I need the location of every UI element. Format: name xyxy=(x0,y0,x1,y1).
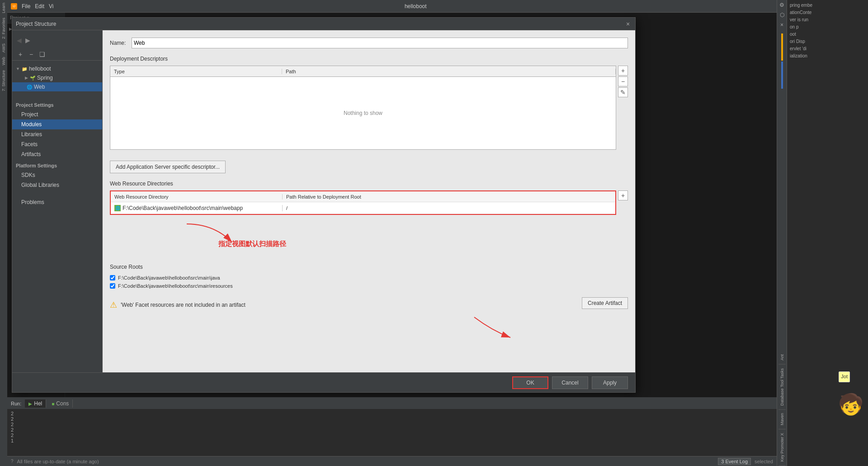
remove-descriptor-btn[interactable]: − xyxy=(618,76,628,86)
add-wr-btn[interactable]: + xyxy=(618,190,628,200)
aws-icon[interactable]: AWS xyxy=(0,42,7,54)
remove-button[interactable]: − xyxy=(27,50,36,58)
maven-tab[interactable]: Maven xyxy=(778,409,786,429)
log-line6: ori Disp xyxy=(790,38,865,45)
content-body: Name: Deployment Descriptors xyxy=(103,30,635,372)
menu-file[interactable]: File xyxy=(22,3,30,10)
source-root2-row: F:\Code\Back\javaweb\helloboot\src\main\… xyxy=(110,282,628,290)
name-row: Name: xyxy=(110,38,628,48)
apply-button[interactable]: Apply xyxy=(592,376,628,389)
wr-path-cell: 🌐 F:\Code\Back\javaweb\helloboot\src\mai… xyxy=(111,205,283,211)
name-input[interactable] xyxy=(132,38,628,48)
web-resource-row: 🌐 F:\Code\Back\javaweb\helloboot\src\mai… xyxy=(111,202,615,214)
dialog-title: Project Structure xyxy=(16,21,624,27)
source-root1-checkbox[interactable] xyxy=(110,275,115,281)
warning-text: 'Web' Facet resources are not included i… xyxy=(121,302,245,308)
gear-icon[interactable]: ⚙ xyxy=(778,0,786,10)
run-tabs: Run: ▶ Hel ■ Cons xyxy=(7,398,777,409)
event-log-btn[interactable]: 3 Event Log xyxy=(718,458,751,465)
tree-spring[interactable]: ▶ 🌱 Spring xyxy=(12,73,102,82)
maximize-icon[interactable]: ⬡ xyxy=(778,10,786,20)
dialog-close-button[interactable]: × xyxy=(624,20,632,28)
project-settings-header: Project Settings xyxy=(12,99,102,109)
status-text: All files are up-to-date (a minute ago) xyxy=(17,459,99,464)
platform-settings-header: Platform Settings xyxy=(12,159,102,170)
app-logo: IJ xyxy=(11,3,17,10)
nav-arrows: ◀ ▶ xyxy=(12,34,102,47)
create-artifact-button[interactable]: Create Artifact xyxy=(582,297,628,309)
source-root1-row: F:\Code\Back\javaweb\helloboot\src\main\… xyxy=(110,274,628,282)
bottom-panel: Run: ▶ Hel ■ Cons 2 2 2 2 2 1 xyxy=(7,397,777,456)
nav-forward-button[interactable]: ▶ xyxy=(24,36,31,45)
log-line5: oot xyxy=(790,31,865,38)
name-label: Name: xyxy=(110,40,128,46)
run-tab-console[interactable]: ■ Cons xyxy=(48,399,73,408)
source-roots-section: Source Roots F:\Code\Back\javaweb\hellob… xyxy=(110,264,628,290)
copy-button[interactable]: ❑ xyxy=(38,50,47,58)
add-button[interactable]: + xyxy=(16,50,25,58)
selected-status: selected xyxy=(755,459,773,464)
settings-toolbar: + − ❑ xyxy=(12,48,102,61)
settings-artifacts[interactable]: Artifacts xyxy=(12,149,102,159)
settings-project[interactable]: Project xyxy=(12,109,102,119)
warning-icon: ⚠ xyxy=(110,300,117,310)
ide-left-bar: Learn 2: Favorites AWS Web 7: Structure xyxy=(0,0,7,466)
project-structure-dialog: Project Structure × ◀ ▶ xyxy=(12,17,636,393)
ant-tab[interactable]: Ant xyxy=(778,351,786,365)
run-content: 2 2 2 2 2 1 xyxy=(7,409,777,456)
right-sidebar: ⚙ ⬡ × Ant Database Tool Tasks Maven Key … xyxy=(777,0,787,466)
source-roots-label: Source Roots xyxy=(110,264,628,270)
wr-folder-icon: 🌐 xyxy=(114,205,121,211)
annotation-text: 指定视图默认扫描路径 xyxy=(218,240,286,248)
settings-facets[interactable]: Facets xyxy=(12,139,102,149)
log-line3: ver is run xyxy=(790,16,865,24)
wr-deployment-cell: / xyxy=(283,205,615,211)
key-promoter-tab[interactable]: Key Promoter X xyxy=(778,429,786,466)
structure-icon[interactable]: 7: Structure xyxy=(0,68,7,93)
log-line2: ationConte xyxy=(790,9,865,16)
favorites-icon[interactable]: 2: Favorites xyxy=(0,16,7,41)
settings-libraries[interactable]: Libraries xyxy=(12,129,102,139)
settings-sdks[interactable]: SDKs xyxy=(12,170,102,180)
web-resource-section: Web Resource Directories Web Resource Di… xyxy=(110,181,628,217)
jot-note[interactable]: Jot xyxy=(839,371,850,382)
main-content-area: Name: Deployment Descriptors xyxy=(103,30,635,372)
ok-arrow-svg xyxy=(447,313,538,340)
menu-edit[interactable]: Edit xyxy=(35,3,44,10)
database-tool-tab[interactable]: Database Tool Tasks xyxy=(778,365,786,410)
deployment-descriptors-table: Type Path Nothing to show xyxy=(110,66,616,150)
close-panel-icon[interactable]: × xyxy=(778,20,785,30)
add-app-server-btn[interactable]: Add Application Server specific descript… xyxy=(110,161,226,173)
run-tab-hello[interactable]: ▶ Hel xyxy=(25,399,46,408)
menu-view[interactable]: Vi xyxy=(49,3,53,10)
web-icon[interactable]: Web xyxy=(0,55,7,67)
settings-global-libs[interactable]: Global Libraries xyxy=(12,180,102,190)
log-line4: on p xyxy=(790,24,865,31)
table-header: Type Path xyxy=(110,66,616,77)
edit-descriptor-btn[interactable]: ✎ xyxy=(618,87,628,97)
add-descriptor-btn[interactable]: + xyxy=(618,66,628,76)
settings-problems[interactable]: Problems xyxy=(12,197,102,207)
web-resource-table: Web Resource Directory Path Relative to … xyxy=(110,190,616,215)
learn-icon[interactable]: Learn xyxy=(0,1,7,15)
cartoon-character: 🧒 xyxy=(838,388,863,421)
ok-button[interactable]: OK xyxy=(512,376,548,389)
col-type-header: Type xyxy=(110,69,282,74)
status-bar: ? All files are up-to-date (a minute ago… xyxy=(7,456,777,466)
source-root2-label: F:\Code\Back\javaweb\helloboot\src\main\… xyxy=(118,283,233,289)
cancel-button[interactable]: Cancel xyxy=(552,376,588,389)
deployment-descriptors-section: Deployment Descriptors Type Path xyxy=(110,56,628,181)
dialog-body: ◀ ▶ + − ❑ ▼ 📁 xyxy=(12,30,635,372)
table-body: Nothing to show xyxy=(110,77,616,149)
source-root2-checkbox[interactable] xyxy=(110,283,115,289)
settings-modules[interactable]: Modules xyxy=(12,119,102,129)
nav-back-button[interactable]: ◀ xyxy=(16,36,23,45)
run-label: Run: xyxy=(11,401,21,406)
tree-helloboot[interactable]: ▼ 📁 helloboot xyxy=(12,64,102,73)
col-prdr-header: Path Relative to Deployment Root xyxy=(283,194,615,200)
tree-web[interactable]: 🌐 Web xyxy=(12,82,102,91)
database-indicator xyxy=(781,62,783,89)
log-line8: ialization xyxy=(790,52,865,60)
log-panel: pring embe ationConte ver is run on p oo… xyxy=(787,0,868,466)
log-line1: pring embe xyxy=(790,2,865,9)
